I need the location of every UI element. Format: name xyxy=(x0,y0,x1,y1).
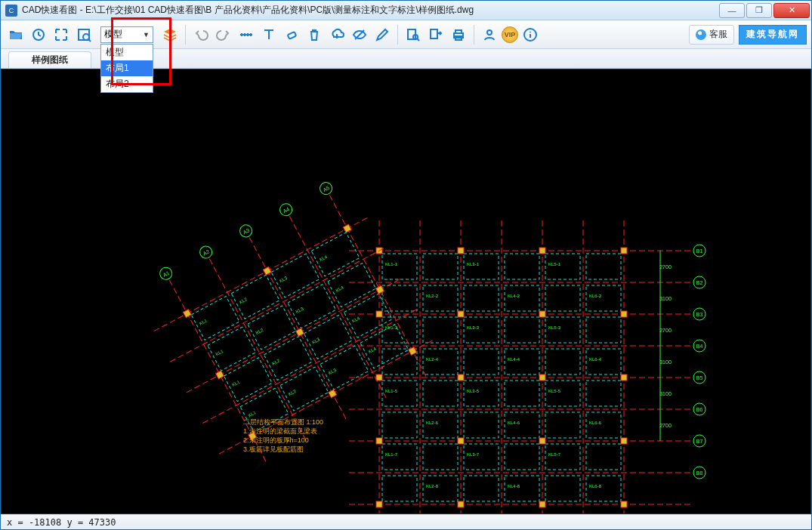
layout-option-model[interactable]: 模型 xyxy=(101,45,153,60)
cad-drawing-svg: KL1-1KL1-3KL1-5KL1-7KL2-2KL2-4KL2-6KL2-8… xyxy=(2,69,811,514)
zoom-window-button[interactable] xyxy=(73,24,94,45)
text-annotation-button[interactable] xyxy=(258,24,279,45)
svg-rect-32 xyxy=(382,381,417,406)
svg-text:KL3-7: KL3-7 xyxy=(467,452,480,457)
info-button[interactable] xyxy=(520,24,541,45)
svg-text:KL3-1: KL3-1 xyxy=(467,262,480,267)
svg-rect-40 xyxy=(423,381,458,406)
layout-dropdown[interactable]: 模型 ▼ 模型 布局1 布局2 xyxy=(100,26,153,43)
svg-text:KL5-5: KL5-5 xyxy=(548,389,561,393)
svg-text:KL1-3: KL1-3 xyxy=(385,325,398,330)
svg-text:2700: 2700 xyxy=(659,264,672,270)
layers-button[interactable] xyxy=(159,24,181,45)
navsite-link[interactable]: 建筑导航网 xyxy=(739,25,807,45)
svg-rect-30 xyxy=(382,317,417,343)
svg-rect-149 xyxy=(263,267,271,275)
close-button[interactable]: ✕ xyxy=(773,3,810,18)
minimize-button[interactable]: — xyxy=(719,3,745,18)
svg-rect-66 xyxy=(545,444,580,470)
svg-text:KL4: KL4 xyxy=(335,285,344,293)
svg-rect-139 xyxy=(288,285,336,328)
svg-rect-44 xyxy=(464,254,499,279)
svg-rect-150 xyxy=(296,328,304,337)
svg-rect-78 xyxy=(376,374,382,381)
status-bar: x = -18108 y = 47330 xyxy=(1,514,811,529)
measure-button[interactable] xyxy=(236,24,257,45)
svg-rect-135 xyxy=(248,306,296,350)
svg-text:KL6-6: KL6-6 xyxy=(589,421,602,425)
edit-button[interactable] xyxy=(372,24,393,45)
cursor-coordinates: x = -18108 y = 47330 xyxy=(7,517,116,528)
print-button[interactable] xyxy=(448,24,469,45)
svg-text:KL5-1: KL5-1 xyxy=(548,262,561,267)
account-button[interactable] xyxy=(479,24,500,45)
undo-button[interactable] xyxy=(190,24,211,45)
export-button[interactable] xyxy=(425,24,446,45)
svg-text:KL4-2: KL4-2 xyxy=(508,294,520,298)
svg-rect-79 xyxy=(376,438,382,444)
svg-text:A2: A2 xyxy=(202,248,210,256)
svg-rect-93 xyxy=(621,374,627,381)
open-file-button[interactable] xyxy=(5,24,26,45)
zoom-extents-button[interactable] xyxy=(51,24,72,45)
svg-text:KL3-5: KL3-5 xyxy=(467,389,480,393)
svg-rect-91 xyxy=(621,248,627,254)
svg-rect-42 xyxy=(423,444,458,470)
layout-selected-value: 模型 xyxy=(104,28,122,41)
svg-text:A4: A4 xyxy=(282,206,290,214)
svg-rect-140 xyxy=(304,315,352,359)
svg-rect-41 xyxy=(423,412,458,438)
vip-badge[interactable]: VIP xyxy=(502,26,518,43)
toolbar-right-group: 客服 建筑导航网 xyxy=(689,25,807,45)
svg-rect-84 xyxy=(458,438,464,444)
customer-service-label: 客服 xyxy=(709,28,727,41)
svg-text:KL2: KL2 xyxy=(255,328,264,336)
svg-rect-46 xyxy=(464,317,499,343)
history-button[interactable] xyxy=(28,24,49,45)
svg-rect-131 xyxy=(208,327,256,371)
hide-button[interactable] xyxy=(349,24,370,45)
drawing-canvas[interactable]: KL1-1KL1-3KL1-5KL1-7KL2-2KL2-4KL2-6KL2-8… xyxy=(1,69,811,514)
svg-rect-8 xyxy=(455,30,462,33)
svg-rect-134 xyxy=(231,275,279,319)
svg-rect-53 xyxy=(505,285,539,311)
svg-text:KL5-3: KL5-3 xyxy=(548,325,561,330)
svg-text:2700: 2700 xyxy=(659,423,672,428)
svg-text:1.未注明的梁截面见梁表: 1.未注明的梁截面见梁表 xyxy=(243,427,317,435)
svg-text:B3: B3 xyxy=(696,312,703,317)
svg-text:KL6-2: KL6-2 xyxy=(589,294,602,298)
svg-rect-86 xyxy=(539,248,545,254)
delete-button[interactable] xyxy=(304,24,325,45)
svg-rect-94 xyxy=(621,438,627,444)
redo-button[interactable] xyxy=(213,24,234,45)
svg-rect-153 xyxy=(376,285,384,294)
svg-line-121 xyxy=(209,259,307,442)
qq-icon xyxy=(696,29,706,40)
svg-text:KL2: KL2 xyxy=(271,358,281,366)
find-text-button[interactable] xyxy=(403,24,424,45)
svg-text:KL4-6: KL4-6 xyxy=(508,421,520,425)
layout-option-layout2[interactable]: 布局2 xyxy=(101,76,153,92)
svg-rect-146 xyxy=(183,310,191,318)
svg-text:KL2-8: KL2-8 xyxy=(426,484,439,488)
svg-text:KL1-1: KL1-1 xyxy=(385,262,398,267)
svg-text:KL3: KL3 xyxy=(295,306,304,314)
chevron-down-icon: ▼ xyxy=(143,31,150,39)
customer-service-button[interactable]: 客服 xyxy=(689,25,734,45)
svg-text:A1: A1 xyxy=(162,270,170,278)
layout-option-layout1[interactable]: 布局1 xyxy=(101,60,153,76)
svg-text:B8: B8 xyxy=(696,470,703,476)
svg-text:KL1: KL1 xyxy=(231,379,241,387)
tab-sample-drawing[interactable]: 样例图纸 xyxy=(8,51,91,68)
maximize-button[interactable]: ❐ xyxy=(746,3,772,18)
svg-text:KL2-2: KL2-2 xyxy=(426,294,439,298)
svg-text:KL3: KL3 xyxy=(328,368,338,376)
svg-rect-47 xyxy=(464,349,499,374)
eraser-button[interactable] xyxy=(281,24,302,45)
svg-rect-142 xyxy=(311,233,360,276)
svg-text:KL1-5: KL1-5 xyxy=(385,389,398,393)
cloud-download-button[interactable] xyxy=(326,24,347,45)
svg-rect-29 xyxy=(382,285,417,311)
svg-text:A5: A5 xyxy=(322,185,330,193)
svg-rect-89 xyxy=(539,438,545,444)
